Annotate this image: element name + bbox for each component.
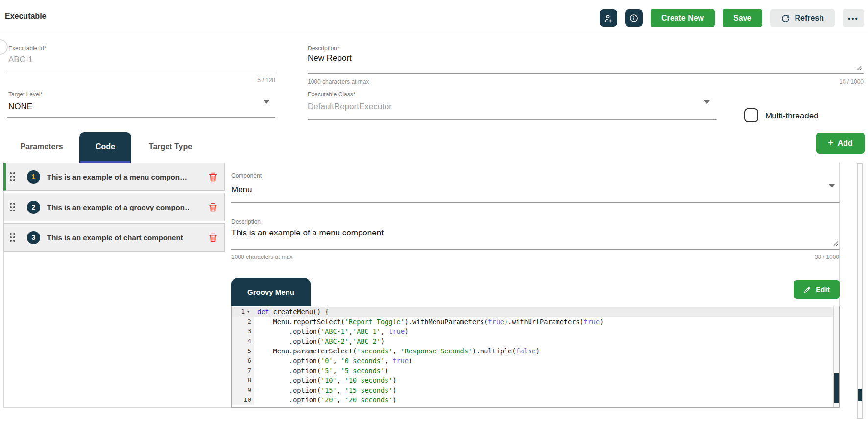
code-text[interactable]: .option('5', '5 seconds') <box>254 366 833 375</box>
target-level-select[interactable]: NONE <box>8 102 32 112</box>
component-list-item-1[interactable]: 1 This is an example of a menu compon… <box>3 163 225 191</box>
add-button-label: Add <box>838 139 853 148</box>
code-text[interactable]: def createMenu() { <box>254 307 833 317</box>
drag-handle-icon[interactable] <box>10 203 15 211</box>
drag-handle-icon[interactable] <box>10 233 15 242</box>
tab-groovy-menu[interactable]: Groovy Menu <box>231 278 311 306</box>
code-text[interactable]: .option('20', '20 seconds') <box>254 395 833 405</box>
editor-scrollbar-thumb[interactable] <box>834 373 839 403</box>
refresh-label: Refresh <box>795 14 824 23</box>
more-options-button[interactable]: ••• <box>843 9 864 27</box>
add-component-button[interactable]: + Add <box>816 133 865 154</box>
multi-threaded-label: Multi-threaded <box>765 111 819 121</box>
more-icon: ••• <box>848 14 859 23</box>
info-icon <box>629 13 639 23</box>
component-list-item-2[interactable]: 2 This is an example of a groovy compon… <box>3 193 225 221</box>
code-text[interactable]: .option('0', '0 seconds', true) <box>254 356 833 366</box>
code-line[interactable]: 8 .option('10', '10 seconds') <box>232 375 833 385</box>
fold-arrow-icon[interactable]: ▾ <box>245 307 251 317</box>
executable-id-counter: 5 / 128 <box>7 77 275 84</box>
tab-target-type[interactable]: Target Type <box>143 132 198 163</box>
code-editor[interactable]: 1▾def createMenu() {2 Menu.reportSelect(… <box>231 306 840 408</box>
multi-threaded-checkbox[interactable] <box>744 108 758 122</box>
panel-scrollbar[interactable] <box>857 163 863 419</box>
code-line[interactable]: 9 .option('15', '15 seconds') <box>232 385 833 395</box>
component-item-label: This is an example of a menu compon… <box>47 173 187 181</box>
refresh-button[interactable]: Refresh <box>770 9 835 27</box>
code-text[interactable]: .option('ABC-1','ABC 1', true) <box>254 327 833 336</box>
delete-component-button[interactable] <box>208 202 217 212</box>
info-button[interactable] <box>625 9 643 27</box>
component-item-label: This is an example of chart component <box>47 234 183 242</box>
code-line[interactable]: 1▾def createMenu() { <box>232 307 833 317</box>
component-select[interactable]: Menu <box>231 185 252 195</box>
code-text[interactable]: .option('ABC-2','ABC 2') <box>254 336 833 346</box>
resize-handle-icon[interactable] <box>833 240 839 249</box>
executable-id-underline <box>7 72 275 72</box>
code-line[interactable]: 3 .option('ABC-1','ABC 1', true) <box>232 327 833 336</box>
line-number: 10 <box>232 395 254 405</box>
code-text[interactable]: Menu.parameterSelect('seconds', 'Respons… <box>254 346 833 356</box>
chevron-down-icon[interactable] <box>264 100 269 104</box>
line-number: 6 <box>232 356 254 366</box>
component-description-field[interactable]: This is an example of a menu component <box>231 228 384 238</box>
component-index-badge: 1 <box>27 170 40 184</box>
header-actions: Create New Save Refresh ••• <box>600 9 864 27</box>
tab-parameters[interactable]: Parameters <box>15 132 69 163</box>
code-line[interactable]: 10 .option('20', '20 seconds') <box>232 395 833 405</box>
tab-code[interactable]: Code <box>79 132 131 163</box>
line-number: 3 <box>232 327 254 336</box>
target-level-label: Target Level* <box>8 91 43 98</box>
person-add-icon <box>603 13 613 23</box>
code-line[interactable]: 2 Menu.reportSelect('Report Toggle').wit… <box>232 317 833 327</box>
editor-scrollbar[interactable] <box>833 306 839 407</box>
executable-id-label: Executable Id* <box>8 45 46 52</box>
code-line[interactable]: 7 .option('5', '5 seconds') <box>232 366 833 375</box>
partial-circle-decoration <box>0 39 8 55</box>
delete-component-button[interactable] <box>208 233 217 243</box>
component-index-badge: 3 <box>27 231 40 244</box>
component-index-badge: 2 <box>27 201 40 214</box>
refresh-icon <box>781 14 790 23</box>
add-user-button[interactable] <box>600 9 617 27</box>
edit-pencil-icon <box>803 285 812 294</box>
line-number: 9 <box>232 385 254 395</box>
code-text[interactable]: .option('15', '15 seconds') <box>254 385 833 395</box>
executable-class-select[interactable]: DefaultReportExecutor <box>308 102 392 112</box>
component-select-label: Component <box>231 172 262 179</box>
component-list: 1 This is an example of a menu compon… 2… <box>3 163 225 254</box>
save-button[interactable]: Save <box>723 9 762 27</box>
code-line[interactable]: 4 .option('ABC-2','ABC 2') <box>232 336 833 346</box>
description-label: Description* <box>308 45 339 52</box>
code-text[interactable]: .option('10', '10 seconds') <box>254 375 833 385</box>
executable-page: Executable Create New Save <box>0 0 868 421</box>
create-new-button[interactable]: Create New <box>651 9 715 27</box>
code-line[interactable]: 6 .option('0', '0 seconds', true) <box>232 356 833 366</box>
description-counter: 10 / 1000 <box>766 78 864 85</box>
chevron-down-icon[interactable] <box>829 184 835 187</box>
chevron-down-icon[interactable] <box>704 100 710 104</box>
code-line[interactable]: 5 Menu.parameterSelect('seconds', 'Respo… <box>232 346 833 356</box>
component-item-label: This is an example of a groovy compon… <box>47 203 189 211</box>
drag-handle-icon[interactable] <box>10 172 15 181</box>
page-title: Executable <box>5 12 46 21</box>
component-list-item-3[interactable]: 3 This is an example of chart component <box>3 223 225 252</box>
code-lines: 1▾def createMenu() {2 Menu.reportSelect(… <box>232 307 833 405</box>
component-description-label: Description <box>231 218 261 225</box>
edit-button-label: Edit <box>816 285 829 294</box>
resize-handle-icon[interactable] <box>856 64 862 73</box>
panel-scrollbar-thumb[interactable] <box>858 389 862 401</box>
executable-id-field[interactable]: ABC-1 <box>8 55 33 65</box>
target-level-underline <box>7 117 275 118</box>
component-select-underline <box>231 202 839 203</box>
component-description-underline <box>231 249 839 250</box>
component-description-counter: 38 / 1000 <box>741 254 839 260</box>
description-field[interactable]: New Report <box>308 53 352 63</box>
code-text[interactable]: Menu.reportSelect('Report Toggle').withM… <box>254 317 833 327</box>
line-number: 2 <box>232 317 254 327</box>
executable-class-label: Executable Class* <box>308 91 355 98</box>
line-number: 8 <box>232 375 254 385</box>
line-number: 1▾ <box>232 307 254 317</box>
edit-code-button[interactable]: Edit <box>794 280 840 299</box>
delete-component-button[interactable] <box>208 172 217 182</box>
